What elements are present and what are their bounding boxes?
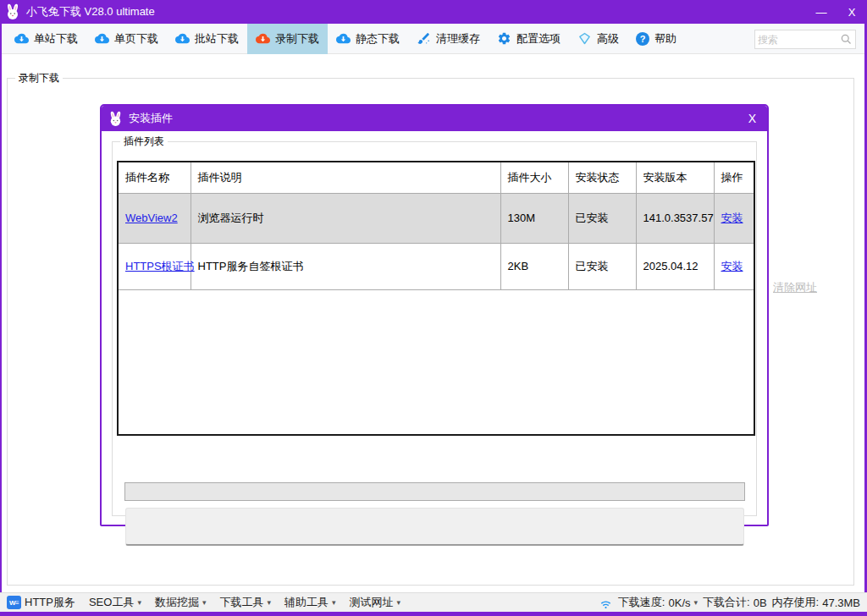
download-total-label: 下载合计: [703, 595, 750, 610]
cloud-download-icon [175, 31, 190, 46]
dialog-body: 插件列表 插件名称 插件说明 插件大小 安装状态 安装版本 操作 [102, 131, 767, 525]
tab-help[interactable]: ? 帮助 [627, 24, 685, 54]
tab-label: 帮助 [654, 31, 676, 47]
window-controls: — X [806, 0, 867, 24]
dropdown-caret-icon: ▾ [202, 599, 207, 607]
tab-record-download[interactable]: 录制下载 [247, 24, 328, 54]
col-header-install-status: 安装状态 [568, 162, 636, 193]
memory-usage-value: 47.3MB [822, 597, 860, 609]
menu-label: 数据挖掘 [155, 595, 199, 610]
statusbar-menu-data-mining[interactable]: 数据挖掘 ▾ [155, 595, 207, 610]
tab-single-site-download[interactable]: 单站下载 [6, 24, 86, 54]
table-row[interactable]: WebView2 浏览器运行时 130M 已安装 141.0.3537.57 安… [118, 193, 754, 243]
cloud-download-icon [336, 31, 351, 46]
table-header-row: 插件名称 插件说明 插件大小 安装状态 安装版本 操作 [118, 162, 754, 193]
plugin-list-groupbox: 插件列表 插件名称 插件说明 插件大小 安装状态 安装版本 操作 [112, 141, 757, 516]
gear-icon [497, 31, 511, 46]
tab-single-page-download[interactable]: 单页下载 [86, 24, 167, 54]
dropdown-caret-icon: ▾ [332, 599, 336, 607]
close-button[interactable]: X [837, 0, 867, 24]
groupbox-label: 插件列表 [120, 135, 168, 148]
col-header-install-version: 安装版本 [636, 162, 714, 193]
statusbar-stats: 下载速度: 0K/s ▾ 下载合计: 0B 内存使用: 47.3MB [599, 595, 860, 610]
app-rabbit-icon [4, 3, 21, 20]
install-progress-bar [124, 482, 745, 501]
plugin-name-link[interactable]: HTTPS根证书 [125, 260, 195, 272]
tab-batch-site-download[interactable]: 批站下载 [167, 24, 247, 54]
col-header-plugin-name: 插件名称 [118, 162, 191, 193]
install-plugin-dialog: 安装插件 X 插件列表 插件名称 插件说明 插件大小 安装状态 安装版本 操作 [100, 104, 769, 526]
plugin-description: HTTP服务自签根证书 [191, 243, 500, 289]
statusbar-http-service[interactable]: W≡ HTTP服务 [7, 595, 75, 610]
tab-label: 高级 [597, 31, 619, 47]
tab-label: 配置选项 [516, 31, 561, 47]
menu-label: SEO工具 [89, 595, 134, 610]
menu-label: 辅助工具 [284, 595, 329, 610]
col-header-plugin-size: 插件大小 [500, 162, 568, 193]
download-speed-label: 下载速度: [618, 595, 665, 610]
tab-advanced[interactable]: 高级 [569, 24, 627, 54]
dropdown-caret-icon: ▾ [694, 599, 699, 607]
app-rabbit-icon [108, 111, 124, 127]
table-empty-area [118, 289, 754, 435]
plugin-table: 插件名称 插件说明 插件大小 安装状态 安装版本 操作 WebView2 浏览器… [117, 161, 755, 436]
menu-label: 下载工具 [219, 595, 263, 610]
table-row[interactable]: HTTPS根证书 HTTP服务自签根证书 2KB 已安装 2025.04.12 … [118, 243, 754, 289]
statusbar: W≡ HTTP服务 SEO工具 ▾ 数据挖掘 ▾ 下载工具 ▾ 辅助工具 ▾ 测… [0, 592, 867, 616]
titlebar: 小飞兔下载 V28.0 ultimate — X [0, 0, 867, 24]
download-speed-value: 0K/s [668, 597, 690, 609]
install-action-link[interactable]: 安装 [721, 260, 743, 272]
tab-clear-cache[interactable]: 清理缓存 [408, 24, 489, 54]
window-border-left [0, 24, 2, 616]
plugin-name-link[interactable]: WebView2 [125, 212, 178, 224]
download-speed[interactable]: 下载速度: 0K/s ▾ [618, 595, 698, 610]
tab-label: 清理缓存 [436, 31, 480, 47]
col-header-action: 操作 [714, 162, 754, 193]
diamond-icon [577, 31, 592, 46]
install-version: 2025.04.12 [636, 243, 714, 289]
search-icon[interactable] [840, 33, 853, 46]
tab-config-options[interactable]: 配置选项 [489, 24, 569, 54]
search-input[interactable] [758, 34, 840, 46]
plugin-description: 浏览器运行时 [191, 193, 500, 243]
plugin-size: 2KB [500, 243, 568, 289]
menu-label: 测试网址 [350, 595, 394, 610]
install-status: 已安装 [568, 193, 636, 243]
plugin-size: 130M [500, 193, 568, 243]
clear-url-link[interactable]: 清除网址 [773, 280, 817, 295]
tab-label: 静态下载 [356, 31, 400, 47]
memory-usage: 内存使用: 47.3MB [772, 595, 860, 610]
install-log-area [125, 508, 744, 546]
groupbox-label: 录制下载 [15, 71, 63, 85]
statusbar-menu-download-tools[interactable]: 下载工具 ▾ [219, 595, 271, 610]
install-action-link[interactable]: 安装 [721, 212, 743, 224]
memory-usage-label: 内存使用: [772, 595, 820, 610]
tab-label: 单页下载 [114, 31, 158, 47]
dialog-close-button[interactable]: X [748, 112, 756, 125]
http-service-icon: W≡ [7, 596, 21, 609]
tab-label: 批站下载 [195, 31, 239, 47]
window-title: 小飞兔下载 V28.0 ultimate [26, 4, 155, 19]
help-icon: ? [636, 32, 649, 46]
dialog-titlebar: 安装插件 X [102, 106, 767, 131]
statusbar-menu-assist-tools[interactable]: 辅助工具 ▾ [284, 595, 336, 610]
search-box [754, 30, 856, 49]
col-header-plugin-desc: 插件说明 [191, 162, 500, 193]
cloud-download-icon [256, 31, 270, 46]
wifi-icon [599, 596, 613, 610]
statusbar-menu-seo-tools[interactable]: SEO工具 ▾ [89, 595, 141, 610]
tab-static-download[interactable]: 静态下载 [328, 24, 408, 54]
install-version: 141.0.3537.57 [636, 193, 714, 243]
statusbar-menu-test-url[interactable]: 测试网址 ▾ [350, 595, 401, 610]
tab-label: 录制下载 [275, 31, 319, 47]
toolbar: 单站下载 单页下载 批站下载 录制下载 静态下载 清理缓存 配置选项 高级 ? … [2, 24, 864, 54]
dropdown-caret-icon: ▾ [137, 599, 141, 607]
http-service-label: HTTP服务 [25, 595, 75, 610]
download-total: 下载合计: 0B [703, 595, 767, 610]
download-total-value: 0B [754, 597, 767, 609]
app-window: { "window": { "title": "小飞兔下载 V28.0 ulti… [0, 0, 867, 616]
cloud-download-icon [14, 31, 29, 46]
cloud-download-icon [95, 31, 109, 46]
broom-icon [417, 31, 431, 46]
minimize-button[interactable]: — [806, 0, 837, 24]
